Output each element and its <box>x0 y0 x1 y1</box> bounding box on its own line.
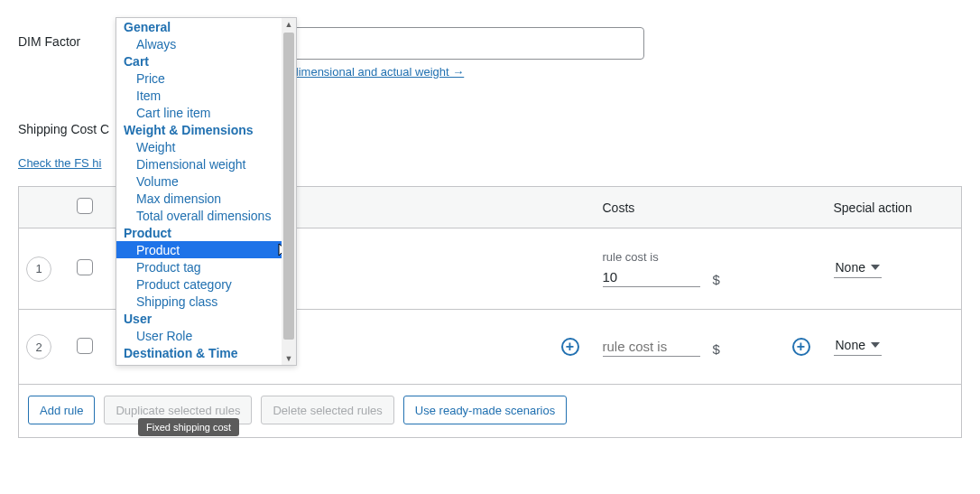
dropdown-item[interactable]: Total overall dimensions <box>116 207 296 224</box>
rule-cost-input[interactable] <box>603 267 700 287</box>
scrollbar-thumb[interactable] <box>283 33 294 340</box>
dropdown-group-label: Destination & Time <box>116 344 296 361</box>
special-action-value: None <box>836 338 865 352</box>
special-action-header: Special action <box>827 187 962 228</box>
dropdown-item[interactable]: Cart line item <box>116 104 296 121</box>
add-rule-button[interactable]: Add rule <box>28 396 95 424</box>
dropdown-item[interactable]: Weight <box>116 138 296 155</box>
chevron-down-icon <box>871 342 880 348</box>
scroll-up-arrow[interactable]: ▲ <box>282 18 296 31</box>
dropdown-item[interactable]: Price <box>116 70 296 87</box>
row-checkbox[interactable] <box>77 338 93 354</box>
dropdown-group-label: Product <box>116 224 296 241</box>
select-all-checkbox[interactable] <box>77 198 93 214</box>
dropdown-group-label: User <box>116 310 296 327</box>
scrollbar-track[interactable]: ▲ ▼ <box>282 18 296 365</box>
dropdown-item[interactable]: Product category <box>116 275 296 293</box>
scenarios-button[interactable]: Use ready-made scenarios <box>403 396 567 424</box>
add-condition-button[interactable]: + <box>561 338 579 356</box>
dropdown-group-label: Weight & Dimensions <box>116 121 296 138</box>
scroll-down-arrow[interactable]: ▼ <box>282 352 296 365</box>
special-action-select[interactable]: None <box>834 338 882 356</box>
currency-symbol: $ <box>713 272 720 287</box>
row-number: 2 <box>26 334 51 359</box>
fixed-shipping-cost-tooltip: Fixed shipping cost <box>138 418 239 436</box>
currency-symbol: $ <box>713 341 720 357</box>
condition-dropdown[interactable]: GeneralAlwaysCartPriceItemCart line item… <box>116 17 297 366</box>
dim-factor-label: DIM Factor <box>18 27 117 49</box>
dropdown-group-label: General <box>116 18 296 35</box>
row-number: 1 <box>26 256 51 282</box>
dropdown-item[interactable]: Product tag <box>116 258 296 275</box>
dropdown-item[interactable]: Dimensional weight <box>116 155 296 172</box>
dropdown-group-label: Cart <box>116 52 296 70</box>
dropdown-item[interactable]: Product <box>116 241 296 258</box>
dropdown-item[interactable]: Always <box>116 35 296 52</box>
special-action-value: None <box>836 260 865 275</box>
rule-cost-input[interactable] <box>603 337 700 357</box>
special-action-select[interactable]: None <box>834 260 882 278</box>
costs-header: Costs <box>596 187 785 228</box>
dropdown-item[interactable]: User Role <box>116 327 296 344</box>
dropdown-item[interactable]: Max dimension <box>116 190 296 207</box>
chevron-down-icon <box>871 265 880 270</box>
row-checkbox[interactable] <box>77 259 93 275</box>
delete-rules-button[interactable]: Delete selected rules <box>261 396 393 424</box>
add-cost-button[interactable]: + <box>792 338 810 356</box>
dropdown-item[interactable]: Volume <box>116 172 296 190</box>
fs-hint-link[interactable]: Check the FS hi <box>18 156 102 170</box>
rule-cost-label: rule cost is <box>603 250 700 264</box>
dropdown-item[interactable]: Shipping class <box>116 293 296 310</box>
dropdown-item[interactable]: Item <box>116 87 296 104</box>
